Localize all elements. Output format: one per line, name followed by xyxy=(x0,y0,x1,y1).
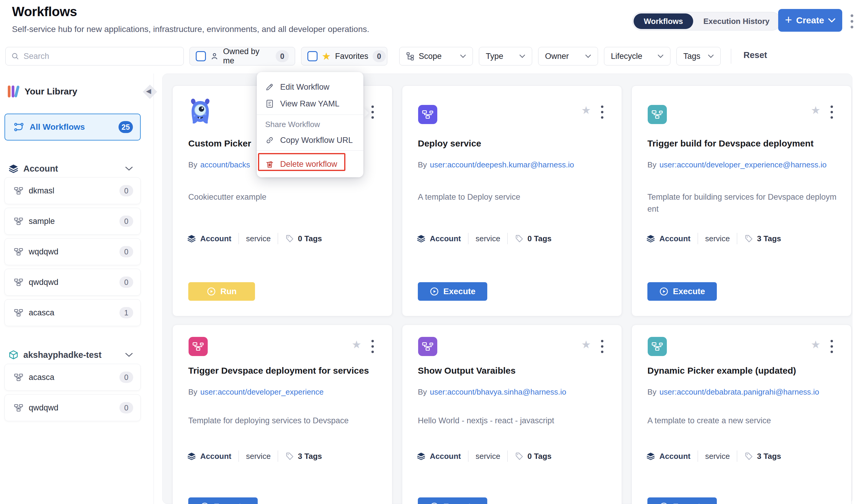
workflow-card-dynamic-picker[interactable]: ★ Dynamic Picker example (updated) Byuse… xyxy=(632,325,852,504)
execute-button[interactable]: Execute xyxy=(418,498,487,504)
sidebar-item-qwdqwd-2[interactable]: qwdqwd 0 xyxy=(4,394,141,421)
sidebar-item-qwdqwd[interactable]: qwdqwd 0 xyxy=(4,269,141,296)
card-scope: Account xyxy=(430,234,461,243)
menu-item-edit-workflow[interactable]: Edit Workflow xyxy=(257,79,363,95)
favorite-star-icon[interactable]: ★ xyxy=(581,105,591,116)
card-description: Cookiecutter example xyxy=(188,191,378,203)
tab-execution-history[interactable]: Execution History xyxy=(693,14,780,29)
card-scope: Account xyxy=(660,452,690,461)
card-title: Trigger build for Devspace deployment xyxy=(647,139,839,148)
author-link[interactable]: user:account/bhavya.sinha@harness.io xyxy=(430,386,566,398)
favorite-star-icon[interactable]: ★ xyxy=(352,339,361,350)
card-scope: Account xyxy=(430,452,461,461)
workflow-tree-icon xyxy=(14,186,23,196)
tab-workflows[interactable]: Workflows xyxy=(634,14,693,29)
favorites-checkbox[interactable] xyxy=(307,51,318,61)
sidebar-item-all-workflows[interactable]: All Workflows 25 xyxy=(4,113,141,141)
author-link[interactable]: account/backs xyxy=(200,159,250,171)
card-kebab-menu[interactable] xyxy=(601,340,603,353)
sidebar-item-acasca[interactable]: acasca 1 xyxy=(4,299,141,326)
card-kebab-menu[interactable] xyxy=(372,106,374,119)
favorites-label: Favorites xyxy=(335,52,368,61)
card-author: Byuser:account/deepesh.kumar@harness.io xyxy=(418,159,603,171)
workflow-card-trigger-build[interactable]: ★ Trigger build for Devspace deployment … xyxy=(632,86,852,316)
favorite-star-icon[interactable]: ★ xyxy=(811,339,820,350)
card-meta-row: Account service 0 Tags xyxy=(187,233,322,244)
workflow-card-deploy-service[interactable]: ★ Deploy service Byuser:account/deepesh.… xyxy=(402,86,622,316)
sidebar-item-dkmasl[interactable]: dkmasl 0 xyxy=(4,177,141,204)
sidebar-group-akshayphadke-test[interactable]: akshayphadke-test xyxy=(8,348,140,362)
execute-button[interactable]: Execute xyxy=(647,498,717,504)
card-type: service xyxy=(246,234,271,243)
cube-icon xyxy=(8,350,19,360)
workflow-tree-icon xyxy=(14,403,23,413)
owned-by-me-filter[interactable]: Owned by me 0 xyxy=(189,47,295,66)
lifecycle-dropdown[interactable]: Lifecycle xyxy=(604,47,670,66)
filter-divider xyxy=(731,49,731,64)
tag-icon xyxy=(744,234,753,243)
card-kebab-menu[interactable] xyxy=(831,340,833,353)
favorites-filter[interactable]: ★ Favorites 0 xyxy=(301,47,387,66)
sidebar-item-sample[interactable]: sample 0 xyxy=(4,208,141,235)
layers-icon xyxy=(8,163,19,174)
link-icon xyxy=(265,136,274,145)
workflow-tile-icon xyxy=(648,105,667,124)
create-button[interactable]: + Create xyxy=(778,9,842,32)
card-meta-row: Account service 3 Tags xyxy=(646,233,781,244)
card-kebab-menu[interactable] xyxy=(831,106,833,119)
workflow-card-trigger-devspace[interactable]: ★ Trigger Devspace deployment for servic… xyxy=(172,325,392,504)
library-icon xyxy=(8,86,19,97)
card-description: Template for building services for Devsp… xyxy=(647,191,837,215)
menu-item-delete-workflow[interactable]: Delete workflow xyxy=(257,156,363,172)
sidebar-item-acasca-2[interactable]: acasca 0 xyxy=(4,364,141,391)
author-link[interactable]: user:account/deepesh.kumar@harness.io xyxy=(430,159,574,171)
reset-filters-button[interactable]: Reset xyxy=(743,50,767,60)
tag-icon xyxy=(515,452,524,461)
author-link[interactable]: user:account/developer_experience xyxy=(200,386,324,398)
owned-by-me-checkbox[interactable] xyxy=(196,51,206,61)
execute-button[interactable]: Execute xyxy=(188,498,258,504)
workflow-tile-icon xyxy=(189,337,208,356)
card-tags-count: 0 Tags xyxy=(298,234,322,243)
card-author: Byuser:account/developer_experience xyxy=(188,386,374,398)
tag-icon xyxy=(744,452,753,461)
type-dropdown[interactable]: Type xyxy=(479,47,532,66)
search-input[interactable] xyxy=(24,52,178,61)
card-kebab-menu[interactable] xyxy=(601,106,603,119)
workflow-card-show-output-variables[interactable]: ★ Show Output Varaibles Byuser:account/b… xyxy=(402,325,622,504)
favorite-star-icon[interactable]: ★ xyxy=(811,105,820,116)
execute-button[interactable]: Execute xyxy=(647,282,717,301)
header-kebab-menu[interactable] xyxy=(849,13,855,30)
layers-icon xyxy=(646,452,655,461)
owner-dropdown[interactable]: Owner xyxy=(538,47,598,66)
workflow-tile-icon xyxy=(418,337,437,356)
card-kebab-menu[interactable] xyxy=(372,340,374,353)
card-meta-row: Account service 3 Tags xyxy=(187,450,322,462)
card-description: A template to Deploy service xyxy=(418,191,607,203)
scope-dropdown[interactable]: Scope xyxy=(399,47,473,66)
chevron-down-icon xyxy=(708,54,714,58)
card-tags-count: 3 Tags xyxy=(757,234,781,243)
favorites-count: 0 xyxy=(373,50,386,62)
workflow-context-menu: Edit Workflow View Raw YAML Share Workfl… xyxy=(257,72,363,177)
author-link[interactable]: user:account/debabrata.panigrahi@harness… xyxy=(660,386,819,398)
chevron-down-icon xyxy=(657,54,664,58)
sidebar-item-wqdqwd[interactable]: wqdqwd 0 xyxy=(4,238,141,265)
card-type: service xyxy=(246,452,271,461)
execute-button[interactable]: Execute xyxy=(418,282,487,301)
author-link[interactable]: user:account/developer_experience@harnes… xyxy=(660,159,826,171)
play-circle-icon xyxy=(429,502,439,504)
sidebar-collapse-button[interactable]: ◀ xyxy=(143,85,157,98)
tags-dropdown[interactable]: Tags xyxy=(677,47,721,66)
play-circle-icon xyxy=(200,502,209,504)
yaml-file-icon xyxy=(265,99,274,108)
card-author: Byuser:account/debabrata.panigrahi@harne… xyxy=(647,386,833,398)
play-circle-icon xyxy=(206,287,216,296)
favorite-star-icon[interactable]: ★ xyxy=(581,339,591,350)
menu-item-view-raw-yaml[interactable]: View Raw YAML xyxy=(257,96,363,111)
workflow-tree-icon xyxy=(14,308,23,318)
sidebar-group-account[interactable]: Account xyxy=(8,161,140,176)
menu-item-copy-workflow-url[interactable]: Copy Workflow URL xyxy=(257,132,363,148)
run-button[interactable]: Run xyxy=(188,282,255,301)
card-meta-row: Account service 3 Tags xyxy=(646,450,781,462)
